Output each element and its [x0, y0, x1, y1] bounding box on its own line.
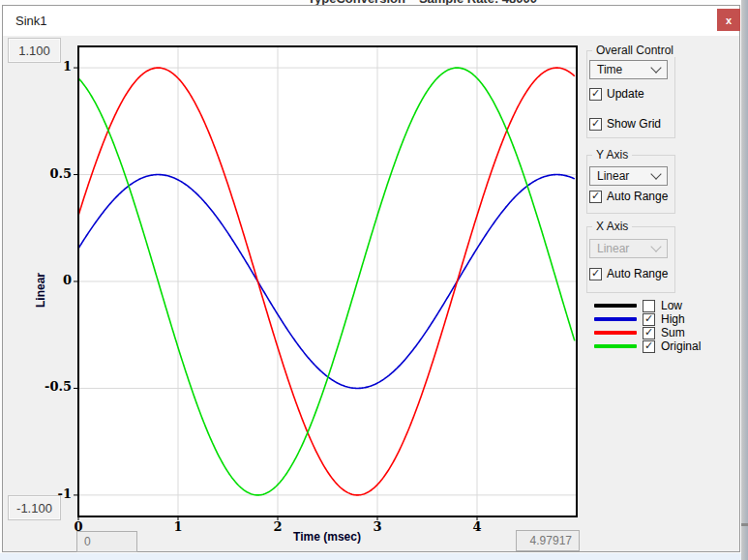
check-icon: ✓ [591, 268, 600, 279]
legend-label-high: High [661, 312, 685, 326]
y-tick-label: -1 [58, 486, 72, 501]
legend-item-high: ✓ High [594, 312, 744, 326]
update-checkbox-row[interactable]: ✓ Update [589, 87, 644, 101]
check-icon: ✓ [591, 88, 600, 99]
y-auto-range-row[interactable]: ✓ Auto Range [589, 190, 668, 203]
check-icon: ✓ [644, 340, 653, 351]
y-tick-label: 0 [63, 273, 72, 287]
legend-checkbox-high[interactable]: ✓ [643, 313, 655, 326]
chevron-down-icon [650, 241, 661, 251]
x-auto-range-checkbox[interactable]: ✓ [589, 268, 602, 280]
close-icon: x [726, 15, 732, 26]
x-max-field: 4.97917 [516, 530, 580, 551]
y-auto-range-label: Auto Range [607, 190, 668, 203]
x-axis-scale-dropdown: Linear [589, 239, 668, 258]
x-tick-label: 1 [164, 519, 193, 534]
check-icon: ✓ [591, 118, 600, 129]
background-right-line [741, 523, 748, 526]
overall-control-dropdown[interactable]: Time [589, 60, 668, 79]
y-axis-scale-dropdown[interactable]: Linear [589, 166, 668, 186]
y-axis-group-label: Y Axis [592, 148, 632, 162]
x-auto-range-row[interactable]: ✓ Auto Range [589, 267, 668, 280]
legend-label-sum: Sum [661, 326, 685, 339]
x-tick-label: 4 [463, 519, 492, 534]
y-axis-scale-value: Linear [597, 169, 629, 183]
x-min-field: 0 [76, 531, 137, 552]
y-tick-label: 1 [63, 59, 72, 74]
show-grid-checkbox-row[interactable]: ✓ Show Grid [589, 117, 661, 131]
y-tick-label: 0.5 [49, 166, 72, 181]
x-axis-title: Time (msec) [230, 530, 424, 544]
legend-line-swatch [594, 331, 637, 335]
update-checkbox[interactable]: ✓ [589, 88, 602, 101]
legend-item-original: ✓ Original [594, 339, 744, 353]
y-tick-label: -0.5 [45, 379, 72, 394]
legend-checkbox-sum[interactable]: ✓ [643, 327, 655, 339]
background-right-strip [741, 0, 748, 560]
check-icon: ✓ [644, 313, 653, 324]
close-button[interactable]: x [717, 9, 740, 31]
legend-checkbox-low[interactable] [643, 300, 655, 312]
legend-line-swatch [594, 344, 637, 348]
screen: TypeConversionSample Rate: 48000 Sink1 x… [0, 0, 748, 560]
x-axis-scale-value: Linear [597, 242, 629, 255]
legend-line-swatch [594, 304, 637, 308]
background-bottom-strip [0, 553, 748, 560]
y-axis-title: Linear [34, 273, 47, 308]
x-auto-range-label: Auto Range [607, 267, 668, 280]
legend-line-swatch [594, 317, 637, 321]
x-tick-label: 0 [64, 519, 93, 534]
x-axis-group: X Axis [586, 226, 675, 293]
check-icon: ✓ [591, 191, 600, 201]
overall-control-dropdown-value: Time [597, 63, 622, 76]
legend-label-original: Original [661, 339, 701, 353]
show-grid-checkbox-label: Show Grid [607, 117, 661, 131]
titlebar [3, 6, 739, 36]
legend-item-sum: ✓ Sum [594, 326, 744, 339]
x-min-value: 0 [84, 535, 91, 548]
chevron-down-icon [650, 62, 661, 73]
legend-item-low: Low [594, 299, 744, 312]
legend-checkbox-original[interactable]: ✓ [643, 340, 655, 353]
plot-canvas[interactable] [73, 43, 581, 520]
chevron-down-icon [650, 168, 661, 179]
check-icon: ✓ [644, 327, 653, 338]
legend-label-low: Low [661, 299, 682, 312]
y-auto-range-checkbox[interactable]: ✓ [589, 191, 602, 203]
update-checkbox-label: Update [607, 87, 644, 101]
x-max-value: 4.97917 [530, 534, 572, 547]
overall-control-group-label: Overall Control [592, 44, 677, 57]
x-axis-group-label: X Axis [592, 220, 632, 233]
show-grid-checkbox[interactable]: ✓ [589, 118, 602, 131]
